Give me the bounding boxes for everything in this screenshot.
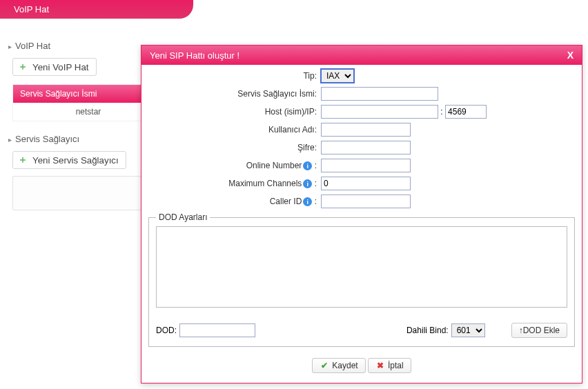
dod-settings-fieldset: DOD Ayarları DOD: Dahili Bind: 601 ↑DOD …	[148, 212, 575, 347]
port-separator: :	[440, 107, 442, 117]
port-input[interactable]	[445, 105, 487, 119]
save-label: Kaydet	[332, 361, 357, 370]
label-caller-id: Caller ID	[270, 197, 302, 206]
label-online-number: Online Number	[246, 161, 302, 170]
new-voip-hat-label: Yeni VoIP Hat	[32, 62, 89, 72]
page-top-tab: VoIP Hat	[0, 0, 193, 19]
dod-legend: DOD Ayarları	[156, 212, 210, 222]
dod-add-button[interactable]: ↑DOD Ekle	[511, 323, 567, 338]
new-voip-hat-button[interactable]: ＋ Yeni VoIP Hat	[12, 58, 97, 76]
save-button[interactable]: ✔ Kaydet	[312, 358, 365, 373]
dod-list[interactable]	[156, 226, 567, 308]
close-icon[interactable]: X	[567, 50, 574, 61]
dod-add-label: ↑DOD Ekle	[519, 326, 560, 335]
check-icon: ✔	[320, 361, 329, 370]
x-icon: ✖	[375, 361, 385, 370]
password-input[interactable]	[321, 141, 411, 154]
info-icon[interactable]: i	[303, 197, 312, 206]
plus-icon: ＋	[17, 61, 28, 72]
dod-input[interactable]	[179, 323, 255, 337]
caller-id-input[interactable]	[321, 194, 411, 208]
label-host: Host (isim)/IP:	[153, 107, 321, 117]
dahili-bind-select[interactable]: 601	[451, 323, 485, 337]
label-dahili-bind: Dahili Bind:	[406, 326, 449, 335]
cancel-label: İptal	[388, 361, 404, 370]
label-password: Şifre:	[153, 143, 321, 152]
provider-name-input[interactable]	[321, 87, 438, 101]
label-username: Kullanıcı Adı:	[153, 125, 321, 134]
create-sip-line-dialog: Yeni SIP Hattı oluştur ! X Tip: IAX Serv…	[141, 45, 582, 383]
dialog-form: Tip: IAX Servis Sağlayıcı İsmi: Host (is…	[141, 65, 582, 208]
username-input[interactable]	[321, 123, 411, 137]
plus-icon: ＋	[17, 154, 28, 166]
label-dod: DOD:	[156, 326, 177, 335]
cancel-button[interactable]: ✖ İptal	[368, 358, 411, 373]
new-service-provider-button[interactable]: ＋ Yeni Servis Sağlayıcı	[12, 151, 126, 169]
label-tip: Tip:	[153, 71, 321, 81]
dialog-titlebar: Yeni SIP Hattı oluştur ! X	[141, 46, 582, 65]
info-icon[interactable]: i	[303, 161, 312, 170]
info-icon[interactable]: i	[303, 179, 312, 188]
new-service-provider-label: Yeni Servis Sağlayıcı	[32, 155, 119, 166]
dialog-title-text: Yeni SIP Hattı oluştur !	[150, 50, 239, 61]
tip-select[interactable]: IAX	[321, 69, 354, 83]
label-max-channels: Maximum Channels	[228, 179, 302, 188]
max-channels-input[interactable]	[321, 177, 411, 190]
host-input[interactable]	[321, 105, 438, 119]
online-number-input[interactable]	[321, 159, 411, 172]
dialog-footer: ✔ Kaydet ✖ İptal	[141, 354, 582, 383]
label-provider-name: Servis Sağlayıcı İsmi:	[153, 89, 321, 99]
